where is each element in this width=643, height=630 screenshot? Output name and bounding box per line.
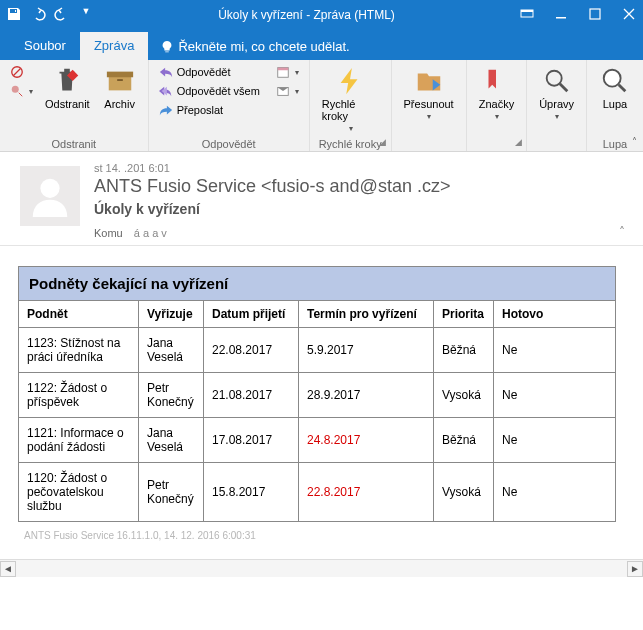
tab-file[interactable]: Soubor [10,32,80,60]
svg-rect-10 [278,68,289,71]
col-hotovo: Hotovo [494,301,616,328]
message-body: Podněty čekající na vyřízení Podnět Vyři… [0,246,643,559]
avatar [20,166,80,226]
quicksteps-launcher-icon[interactable]: ◢ [377,137,389,149]
delete-label: Odstranit [45,98,90,110]
tags-label: Značky [479,98,514,110]
cell-termin: 22.8.2017 [299,463,434,522]
close-icon[interactable] [621,6,637,25]
editing-button[interactable]: Úpravy ▾ [535,64,578,123]
scroll-left-icon[interactable]: ◄ [0,561,16,577]
redo-icon[interactable] [54,6,70,25]
svg-point-5 [12,86,19,93]
quick-steps-button[interactable]: Rychlé kroky ▾ [318,64,383,135]
zoom-button[interactable]: Lupa [595,64,635,112]
svg-rect-2 [556,17,566,19]
svg-rect-1 [521,10,533,12]
meeting-button[interactable]: ▾ [274,64,301,80]
cell-hotovo: Ne [494,418,616,463]
group-respond-label: Odpovědět [157,137,301,150]
delete-button[interactable]: Odstranit [41,64,94,112]
reply-label: Odpovědět [177,66,231,78]
more-respond-button[interactable]: ▾ [274,83,301,99]
tags-launcher-icon[interactable]: ◢ [512,137,524,149]
maximize-icon[interactable] [587,6,603,25]
report-table: Podněty čekající na vyřízení Podnět Vyři… [18,266,616,522]
ignore-button[interactable] [8,64,35,80]
window-buttons [519,6,637,25]
svg-rect-8 [117,79,123,81]
group-editing: Úpravy ▾ [527,60,587,151]
title-bar: ▼ Úkoly k vyřízení - Zpráva (HTML) [0,0,643,30]
tab-bar: Soubor Zpráva Řekněte mi, co chcete uděl… [0,30,643,60]
cell-vyrizuje: Petr Konečný [139,373,204,418]
cell-hotovo: Ne [494,328,616,373]
quick-steps-label: Rychlé kroky [322,98,379,122]
col-datum: Datum přijetí [204,301,299,328]
group-zoom-label: Lupa [595,137,635,150]
scroll-right-icon[interactable]: ► [627,561,643,577]
cell-podnet: 1122: Žádost o příspěvek [19,373,139,418]
tags-button[interactable]: Značky ▾ [475,64,518,123]
svg-rect-6 [108,75,131,90]
cell-datum: 22.08.2017 [204,328,299,373]
zoom-label: Lupa [603,98,627,110]
cell-podnet: 1123: Stížnost na práci úředníka [19,328,139,373]
ribbon-display-icon[interactable] [519,6,535,25]
to-value: á a a v [134,227,167,239]
table-header-row: Podnět Vyřizuje Datum přijetí Termín pro… [19,301,616,328]
tab-message[interactable]: Zpráva [80,32,148,60]
cell-priorita: Vysoká [434,463,494,522]
cell-podnet: 1121: Informace o podání žádosti [19,418,139,463]
cell-termin: 24.8.2017 [299,418,434,463]
footer-text: ANTS Fusio Service 16.11.1.0, 14. 12. 20… [18,522,633,555]
editing-label: Úpravy [539,98,574,110]
group-delete-label: Odstranit [8,137,140,150]
svg-point-14 [40,179,59,198]
scroll-track[interactable] [16,561,627,577]
reply-all-button[interactable]: Odpovědět všem [157,83,262,99]
svg-point-13 [604,70,621,87]
minimize-icon[interactable] [553,6,569,25]
message-from: ANTS Fusio Service <fusio-s and@stan .cz… [94,176,623,197]
table-row: 1123: Stížnost na práci úředníkaJana Ves… [19,328,616,373]
cell-priorita: Běžná [434,328,494,373]
move-label: Přesunout [404,98,454,110]
svg-point-12 [546,71,561,86]
header-collapse-icon[interactable]: ˄ [619,225,625,239]
col-podnet: Podnět [19,301,139,328]
group-tags: Značky ▾ ◢ [467,60,527,151]
cell-podnet: 1120: Žádost o pečovatelskou službu [19,463,139,522]
archive-button[interactable]: Archiv [100,64,140,112]
tell-me-label: Řekněte mi, co chcete udělat. [178,39,349,54]
col-priorita: Priorita [434,301,494,328]
group-delete: ▾ Odstranit Archiv Odstranit [0,60,149,151]
horizontal-scrollbar[interactable]: ◄ ► [0,559,643,577]
col-termin: Termín pro vyřízení [299,301,434,328]
qat-dropdown-icon[interactable]: ▼ [78,6,94,25]
message-header: st 14. .201 6:01 ANTS Fusio Service <fus… [0,152,643,246]
reply-button[interactable]: Odpovědět [157,64,262,80]
group-move-label [400,137,458,150]
ribbon-collapse-icon[interactable]: ˄ [632,136,637,147]
junk-button[interactable]: ▾ [8,83,35,99]
save-icon[interactable] [6,6,22,25]
message-date: st 14. .201 6:01 [94,162,623,174]
cell-datum: 17.08.2017 [204,418,299,463]
tell-me[interactable]: Řekněte mi, co chcete udělat. [160,39,349,60]
forward-button[interactable]: Přeposlat [157,102,262,118]
cell-priorita: Vysoká [434,373,494,418]
group-editing-label [535,137,578,150]
forward-label: Přeposlat [177,104,223,116]
cell-hotovo: Ne [494,373,616,418]
quick-access-toolbar: ▼ [6,6,94,25]
move-button[interactable]: Přesunout ▾ [400,64,458,123]
table-row: 1121: Informace o podání žádostiJana Ves… [19,418,616,463]
cell-hotovo: Ne [494,463,616,522]
cell-priorita: Běžná [434,418,494,463]
svg-rect-7 [107,72,133,78]
group-respond: Odpovědět Odpovědět všem Přeposlat ▾ ▾ O… [149,60,310,151]
archive-label: Archiv [104,98,135,110]
table-row: 1122: Žádost o příspěvekPetr Konečný21.0… [19,373,616,418]
undo-icon[interactable] [30,6,46,25]
